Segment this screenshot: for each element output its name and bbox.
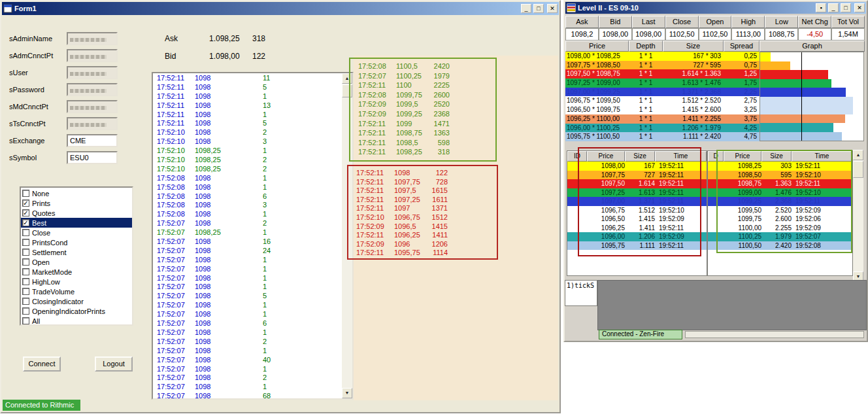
minimize-button[interactable]: _: [828, 3, 839, 12]
filter-checkbox-row[interactable]: Quotes: [21, 208, 132, 218]
filter-label: TradeVolume: [32, 288, 75, 296]
maximize-button[interactable]: □: [841, 3, 851, 12]
filter-checkbox-row[interactable]: TradeVolume: [21, 286, 132, 296]
field-input[interactable]: [67, 117, 118, 130]
close-button[interactable]: ✕: [854, 3, 865, 12]
checkbox-icon[interactable]: [22, 268, 29, 275]
trade-time: 17:52:07: [157, 373, 195, 383]
filter-checkbox-row[interactable]: Close: [21, 228, 132, 237]
minimize-button[interactable]: _: [521, 4, 531, 13]
dom-column-header[interactable]: Depth: [629, 41, 663, 52]
form1-titlebar[interactable]: Form1 _ □ ✕: [2, 2, 559, 15]
dom-depth: 1 * 1: [629, 124, 663, 133]
field-input[interactable]: [67, 83, 118, 96]
connect-button[interactable]: Connect: [23, 356, 61, 372]
close-button[interactable]: ✕: [547, 4, 558, 13]
dom-row[interactable]: 1098,00 * 1098,25 1 * 1 167 * 303 0,25: [565, 52, 760, 61]
dom-row[interactable]: 1097,75 * 1098,50 1 * 1 727 * 595 0,75: [565, 61, 760, 70]
filter-checkbox-row[interactable]: Prints: [21, 198, 132, 208]
form-field-row: sSymbol ESU0: [9, 149, 118, 166]
trade-price: 1098: [195, 310, 263, 319]
field-input[interactable]: [67, 49, 118, 62]
logout-button[interactable]: Logout: [95, 356, 133, 372]
dom-row[interactable]: 1097,00 * 1099,25 1 * 1 1.371 * 2.368 2,…: [565, 88, 760, 97]
trade-price: 1098: [195, 174, 263, 183]
scroll-up-icon[interactable]: ▲: [853, 150, 863, 160]
field-input[interactable]: [67, 32, 118, 45]
dom-depth: 1 * 1: [629, 78, 663, 88]
checkbox-icon[interactable]: [22, 190, 29, 197]
checkbox-icon[interactable]: [22, 209, 29, 217]
ask-depth-size: 2225: [427, 80, 450, 90]
pin-button[interactable]: ▪: [816, 3, 826, 12]
dom-row[interactable]: 1095,75 * 1100,50 1 * 1 1.111 * 2.420 4,…: [565, 132, 760, 141]
checkbox-icon[interactable]: [22, 239, 29, 246]
scroll-thumb[interactable]: [853, 161, 863, 178]
dom-column-header[interactable]: Spread: [724, 41, 760, 52]
field-input[interactable]: CME: [67, 134, 118, 147]
dom-row[interactable]: 1096,50 * 1099,75 1 * 1 1.415 * 2.600 3,…: [565, 105, 760, 114]
checkbox-icon[interactable]: [22, 317, 29, 324]
graph-bar-row: [760, 114, 863, 124]
checkbox-icon[interactable]: [22, 307, 29, 315]
bid-depth-row: 17:52:11 1097 1371: [348, 204, 497, 213]
trade-time: 17:52:11: [157, 74, 195, 83]
dom-spread: 2,25: [724, 88, 760, 97]
dom-size: 1.111 * 2.420: [663, 132, 724, 141]
trade-time: 17:52:07: [157, 237, 195, 247]
trade-price: 1098: [195, 301, 263, 310]
dom-price: 1096,25 * 1100,00: [565, 114, 629, 124]
dom-row[interactable]: 1096,25 * 1100,00 1 * 1 1.411 * 2.255 3,…: [565, 114, 760, 124]
field-input[interactable]: [67, 100, 118, 113]
dom-row[interactable]: 1096,75 * 1099,50 1 * 1 1.512 * 2.520 2,…: [565, 96, 760, 105]
scroll-down-icon[interactable]: ▼: [342, 388, 352, 398]
trade-price: 1098: [195, 392, 263, 399]
checkbox-icon[interactable]: [22, 249, 29, 256]
checkbox-icon[interactable]: [22, 199, 29, 207]
filter-checkbox-row[interactable]: Open: [21, 257, 132, 267]
trade-price: 1098: [195, 274, 263, 283]
bid-table-annotation-box: [578, 147, 701, 256]
trade-price: 1098: [195, 192, 263, 201]
dom-row[interactable]: 1097,50 * 1098,75 1 * 1 1.614 * 1.363 1,…: [565, 69, 760, 78]
filter-checkbox-row[interactable]: PrintsCond: [21, 237, 132, 247]
filter-checkbox-row[interactable]: Settlement: [21, 247, 132, 257]
filter-checkbox-row[interactable]: ClosingIndicator: [21, 296, 132, 306]
filter-checkbox-row[interactable]: Best: [21, 218, 132, 228]
trade-row: 17:52:11 1098 1: [153, 92, 342, 101]
filter-checkbox-row[interactable]: All: [21, 316, 132, 326]
dom-row[interactable]: 1096,00 * 1100,25 1 * 1 1.206 * 1.979 4,…: [565, 124, 760, 133]
ask-depth-size: 2420: [427, 61, 450, 71]
field-input[interactable]: [67, 66, 118, 79]
graph-bar: [760, 79, 831, 88]
filter-checkbox-row[interactable]: MarketMode: [21, 267, 132, 277]
checkbox-icon[interactable]: [22, 229, 29, 236]
field-input[interactable]: ESU0: [67, 151, 118, 164]
trades-listbox[interactable]: 17:52:11 1098 11 17:52:11 1098 5 17:52:1…: [152, 72, 354, 400]
trade-row: 17:52:11 1098 11: [153, 74, 342, 83]
checkbox-icon[interactable]: [22, 219, 29, 226]
filter-checkbox-row[interactable]: None: [21, 188, 132, 198]
checkbox-icon[interactable]: [22, 278, 29, 285]
filter-label: PrintsCond: [32, 239, 67, 247]
summary-header-cell: Net Chg: [798, 16, 831, 28]
filter-checkbox-row[interactable]: OpeningIndicatorPrints: [21, 306, 132, 316]
form1-title: Form1: [14, 5, 519, 12]
trade-size: 1: [263, 265, 342, 274]
trade-price: 1098: [195, 365, 263, 374]
dom-column-header[interactable]: Price: [565, 41, 629, 52]
console-listbox[interactable]: 1)tickS: [565, 280, 597, 306]
dom-row[interactable]: 1097,25 * 1099,00 1 * 1 1.613 * 1.476 1,…: [565, 78, 760, 88]
checkbox-icon[interactable]: [22, 258, 29, 266]
dom-column-header[interactable]: Graph: [760, 41, 865, 52]
filter-checkbox-row[interactable]: HighLow: [21, 277, 132, 286]
bid-depth-price: 1096,5: [394, 222, 426, 232]
checkbox-icon[interactable]: [22, 288, 29, 295]
level2-titlebar[interactable]: Level II - ES 09-10 ▪ _ □ ✕: [565, 2, 866, 14]
checkbox-icon[interactable]: [22, 298, 29, 305]
level2-scrollbar[interactable]: ▲ ▼: [853, 150, 863, 282]
dom-column-header[interactable]: Size: [663, 41, 724, 52]
trade-size: 13: [263, 101, 342, 111]
form-field-row: sAdminName: [9, 30, 118, 47]
maximize-button[interactable]: □: [533, 4, 544, 13]
